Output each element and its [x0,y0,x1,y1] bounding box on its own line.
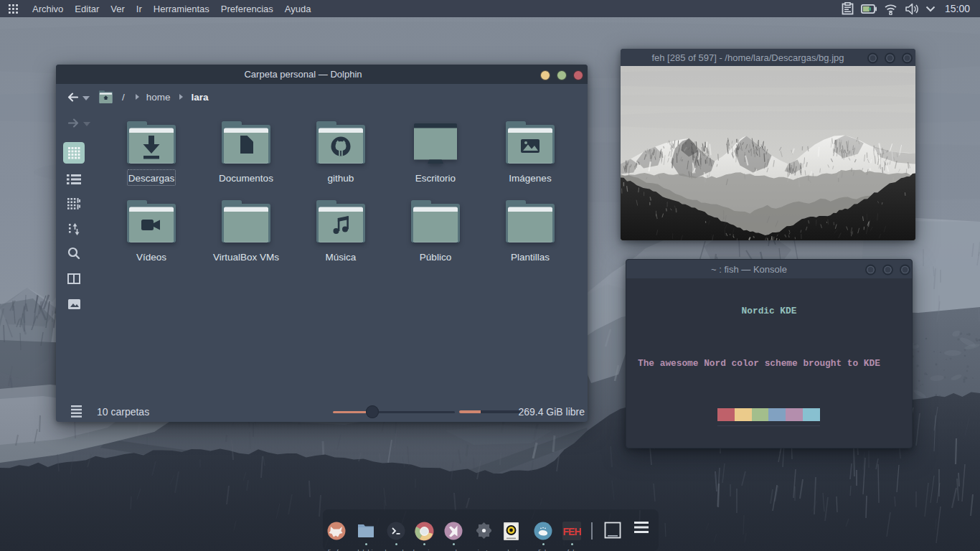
svg-text:FEH: FEH [563,526,582,537]
